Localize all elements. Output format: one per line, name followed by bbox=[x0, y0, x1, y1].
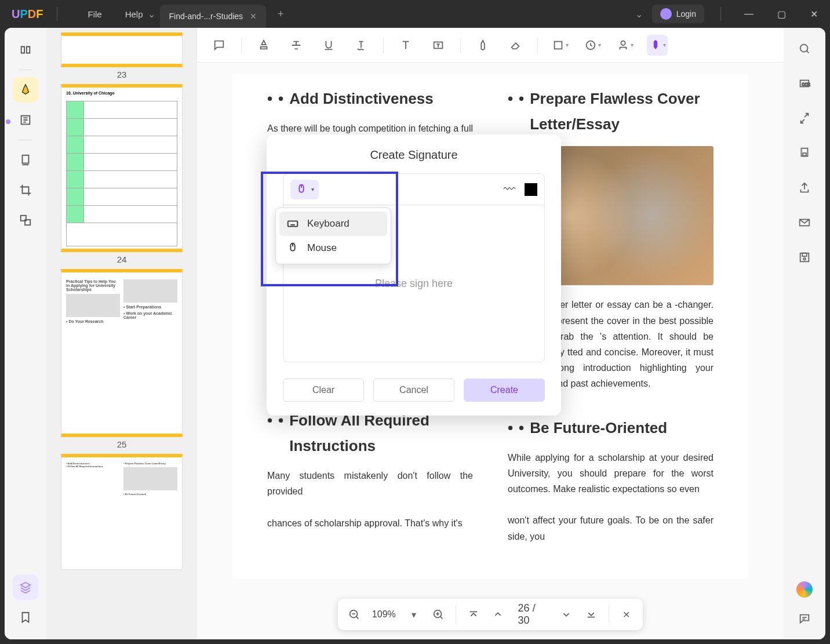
svg-rect-13 bbox=[802, 148, 808, 157]
ocr-button[interactable]: OCR bbox=[793, 72, 816, 95]
menu-item-mouse[interactable]: Mouse bbox=[279, 236, 387, 260]
svg-rect-14 bbox=[803, 153, 806, 156]
shape-tool-dropdown[interactable]: ▾ bbox=[549, 35, 570, 56]
paragraph: Many students mistakenly don't follow th… bbox=[267, 468, 473, 531]
bookmark-button[interactable] bbox=[13, 605, 38, 630]
create-signature-modal: Create Signature ▾ 〰 Please sign here Cl… bbox=[267, 134, 561, 416]
sticker-tool-dropdown[interactable]: ▾ bbox=[582, 35, 603, 56]
search-button[interactable] bbox=[793, 37, 816, 60]
close-tab-icon[interactable]: ✕ bbox=[250, 12, 257, 21]
indicator-dot bbox=[6, 119, 10, 124]
squiggly-icon[interactable] bbox=[351, 35, 372, 56]
titlebar: UPDF File Help ⌄ Find-and-...r-Studies ✕… bbox=[0, 0, 830, 28]
svg-text:OCR: OCR bbox=[802, 82, 810, 86]
svg-point-10 bbox=[800, 45, 808, 52]
heading: • Add Distinctiveness bbox=[267, 86, 473, 111]
signature-method-menu: Keyboard Mouse bbox=[275, 208, 391, 264]
eraser-tool-icon[interactable] bbox=[505, 35, 526, 56]
stamp-tool-dropdown[interactable]: ▾ bbox=[614, 35, 635, 56]
clear-button[interactable]: Clear bbox=[283, 379, 364, 402]
thumb-page-number: 24 bbox=[58, 254, 185, 264]
layers-button[interactable] bbox=[13, 574, 38, 600]
stroke-style-icon[interactable]: 〰 bbox=[504, 183, 515, 196]
right-rail: OCR bbox=[784, 28, 825, 639]
text-tool-icon[interactable] bbox=[395, 35, 416, 56]
highlight-text-icon[interactable] bbox=[253, 35, 274, 56]
page-indicator[interactable]: 26 / 30 bbox=[514, 602, 552, 627]
mouse-icon bbox=[295, 183, 308, 196]
protect-button[interactable] bbox=[793, 141, 816, 165]
signature-area: ▾ 〰 Please sign here bbox=[283, 173, 545, 362]
close-window-button[interactable]: ✕ bbox=[802, 2, 825, 26]
underline-icon[interactable] bbox=[318, 35, 339, 56]
bottom-bar: 109% ▾ 26 / 30 ✕ bbox=[338, 599, 643, 630]
thumbnail[interactable]: • Add Distinctiveness• Follow All Requir… bbox=[58, 454, 185, 570]
compare-tool-button[interactable] bbox=[13, 208, 38, 233]
menu-item-keyboard[interactable]: Keyboard bbox=[279, 212, 387, 236]
new-tab-button[interactable]: + bbox=[278, 8, 284, 20]
login-label: Login bbox=[676, 9, 696, 19]
thumb-heading: 10. University of Chicago bbox=[61, 88, 182, 99]
thumbnail[interactable]: 10. University of Chicago 24 bbox=[58, 84, 185, 264]
maximize-button[interactable]: ▢ bbox=[770, 2, 793, 26]
svg-point-7 bbox=[621, 41, 625, 45]
heading: • Be Future-Oriented bbox=[508, 415, 713, 441]
svg-rect-20 bbox=[288, 221, 298, 226]
prev-page-button[interactable] bbox=[489, 604, 507, 625]
thumb-page-number: 23 bbox=[58, 70, 185, 79]
svg-point-18 bbox=[803, 258, 806, 260]
thumbnail[interactable]: 23 bbox=[58, 32, 185, 79]
tab-dropdown-icon[interactable]: ⌄ bbox=[148, 9, 155, 20]
signature-toolbar: ▾ 〰 bbox=[283, 174, 544, 205]
zoom-level: 109% bbox=[369, 609, 398, 620]
avatar-icon bbox=[660, 8, 672, 20]
color-picker[interactable] bbox=[525, 183, 537, 196]
svg-rect-17 bbox=[802, 253, 806, 257]
zoom-out-button[interactable] bbox=[345, 604, 363, 625]
edit-tool-button[interactable] bbox=[13, 107, 38, 133]
strikethrough-icon[interactable] bbox=[286, 35, 307, 56]
first-page-button[interactable] bbox=[464, 604, 483, 625]
pages-tool-button[interactable] bbox=[13, 147, 38, 173]
pencil-tool-icon[interactable] bbox=[472, 35, 493, 56]
ai-assistant-button[interactable] bbox=[796, 581, 813, 598]
share-button[interactable] bbox=[793, 176, 816, 199]
crop-tool-button[interactable] bbox=[13, 177, 38, 203]
login-button[interactable]: Login bbox=[652, 5, 704, 23]
minimize-button[interactable]: — bbox=[737, 2, 760, 26]
close-bar-button[interactable]: ✕ bbox=[617, 604, 636, 625]
document-tab[interactable]: Find-and-...r-Studies ✕ bbox=[160, 5, 267, 28]
thumb-page-number: 25 bbox=[58, 439, 185, 449]
highlight-tool-button[interactable] bbox=[13, 77, 38, 103]
left-rail bbox=[5, 28, 46, 639]
save-button[interactable] bbox=[793, 246, 816, 269]
menu-bar: File Help bbox=[88, 9, 143, 19]
thumbnail[interactable]: Practical Tips to Help You in Applying f… bbox=[58, 269, 185, 449]
mouse-icon bbox=[286, 242, 299, 254]
cancel-button[interactable]: Cancel bbox=[373, 379, 454, 402]
paragraph: While applying for a scholarship at your… bbox=[508, 450, 713, 544]
svg-rect-5 bbox=[554, 41, 562, 49]
last-page-button[interactable] bbox=[581, 604, 600, 625]
menu-file[interactable]: File bbox=[88, 9, 101, 19]
thumbnail-panel[interactable]: 23 10. University of Chicago 24 Practica… bbox=[46, 28, 197, 639]
next-page-button[interactable] bbox=[557, 604, 576, 625]
zoom-dropdown-button[interactable]: ▾ bbox=[404, 604, 423, 625]
heading: • Prepare Flawless Cover Letter/Essay bbox=[508, 86, 713, 137]
email-button[interactable] bbox=[793, 211, 816, 234]
chat-button[interactable] bbox=[793, 607, 816, 630]
comment-tool-icon[interactable] bbox=[209, 35, 230, 56]
textbox-tool-icon[interactable] bbox=[428, 35, 449, 56]
create-button[interactable]: Create bbox=[464, 379, 545, 402]
signature-method-dropdown[interactable]: ▾ bbox=[290, 180, 319, 199]
signature-tool-dropdown[interactable]: ▾ bbox=[647, 35, 668, 56]
keyboard-icon bbox=[286, 217, 299, 230]
zoom-in-button[interactable] bbox=[429, 604, 447, 625]
annotation-toolbar: ▾ ▾ ▾ ▾ bbox=[197, 28, 784, 63]
chevron-down-icon[interactable]: ⌄ bbox=[635, 9, 643, 20]
modal-title: Create Signature bbox=[283, 148, 545, 162]
reader-mode-button[interactable] bbox=[13, 37, 38, 63]
convert-button[interactable] bbox=[793, 107, 816, 130]
menu-help[interactable]: Help bbox=[125, 9, 143, 19]
tab-title: Find-and-...r-Studies bbox=[169, 12, 243, 21]
